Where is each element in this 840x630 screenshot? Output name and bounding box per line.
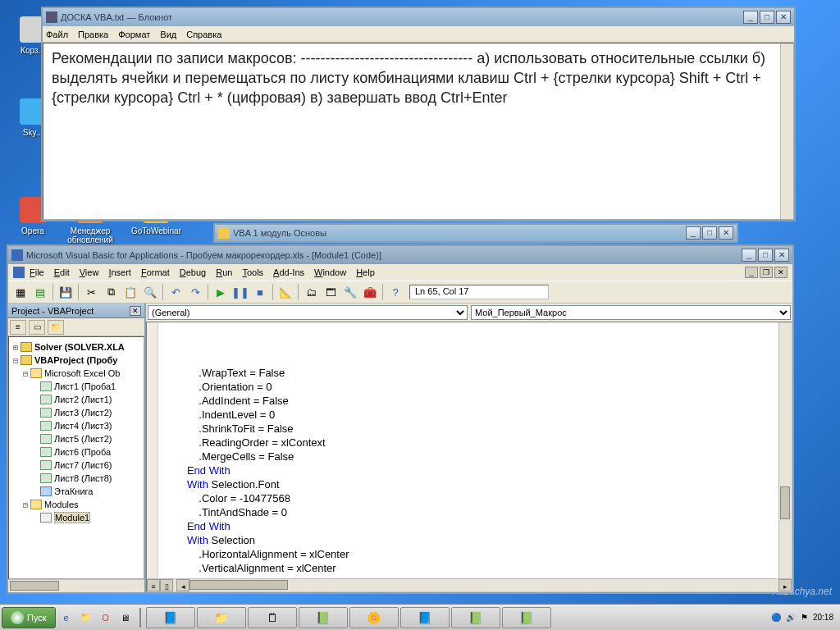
taskbar-item[interactable]: 📗 xyxy=(299,607,348,628)
menu-item[interactable]: Правка xyxy=(78,30,108,39)
menu-item-edit[interactable]: Edit xyxy=(54,267,70,277)
undo-button[interactable]: ↶ xyxy=(167,283,185,301)
code-editor[interactable]: .WrapText = False .Orientation = 0 .AddI… xyxy=(146,322,792,592)
save-button[interactable]: 💾 xyxy=(57,283,75,301)
view-excel-button[interactable]: ▦ xyxy=(11,283,30,301)
mdi-close[interactable]: ✕ xyxy=(774,267,788,278)
tree-node[interactable]: ⊟VBAProject (Пробу xyxy=(11,354,142,367)
taskbar-item[interactable]: 🌼 xyxy=(349,607,399,628)
menu-item[interactable]: Формат xyxy=(118,30,150,39)
menu-item-file[interactable]: File xyxy=(30,267,44,277)
tree-node[interactable]: ⊟Modules xyxy=(11,498,142,511)
vba-toolbar: ▦ ▤ 💾 ✂ ⧉ 📋 🔍 ↶ ↷ ▶ ❚❚ ■ 📐 🗂 🗔 🔧 🧰 ? Ln … xyxy=(8,281,792,304)
ie-quicklaunch[interactable]: e xyxy=(57,609,75,627)
maximize-button[interactable]: □ xyxy=(702,226,717,240)
vba-titlebar[interactable]: Microsoft Visual Basic for Applications … xyxy=(8,246,792,264)
minimize-button[interactable]: _ xyxy=(742,249,756,262)
toolbox-button[interactable]: 🧰 xyxy=(361,283,379,301)
taskbar-item[interactable]: 📗 xyxy=(451,607,500,628)
menu-item-insert[interactable]: Insert xyxy=(108,267,131,277)
project-tree[interactable]: ⊞Solver (SOLVER.XLA⊟VBAProject (Пробу⊟Mi… xyxy=(8,336,144,579)
insert-button[interactable]: ▤ xyxy=(31,283,49,301)
tree-node[interactable]: Лист6 (Проба xyxy=(11,445,142,459)
properties-button[interactable]: 🗔 xyxy=(322,283,340,301)
object-dropdown[interactable]: (General) xyxy=(148,305,468,320)
close-button[interactable]: ✕ xyxy=(719,226,733,240)
mdi-minimize[interactable]: _ xyxy=(745,267,758,278)
minimize-button[interactable]: _ xyxy=(686,226,701,240)
break-button[interactable]: ❚❚ xyxy=(231,283,249,301)
tray-icon[interactable]: 🔵 xyxy=(771,613,781,622)
tray-icon[interactable]: ⚑ xyxy=(801,613,808,622)
menu-item[interactable]: Вид xyxy=(160,30,176,39)
notepad-titlebar[interactable]: ДОСКА VBA.txt — Блокнот _ □ ✕ xyxy=(43,8,794,26)
menu-item-window[interactable]: Window xyxy=(314,267,346,277)
menu-item-debug[interactable]: Debug xyxy=(180,267,206,277)
scrollbar-vertical[interactable] xyxy=(780,43,793,219)
mdi-restore[interactable]: ❐ xyxy=(760,267,773,278)
menu-item-add-ins[interactable]: Add-Ins xyxy=(273,267,304,277)
menu-item-help[interactable]: Help xyxy=(356,267,375,277)
cut-button[interactable]: ✂ xyxy=(82,283,100,301)
object-browser-button[interactable]: 🔧 xyxy=(341,283,359,301)
excel-icon[interactable] xyxy=(13,267,25,278)
tree-node[interactable]: Лист4 (Лист3) xyxy=(11,419,142,432)
desktop-quicklaunch[interactable]: 🖥 xyxy=(116,609,135,627)
help-button[interactable]: ? xyxy=(386,283,404,301)
menu-item-format[interactable]: Format xyxy=(141,267,170,277)
notepad-text-area[interactable]: Рекомендации по записи макросов: -------… xyxy=(43,43,794,220)
taskbar-item[interactable]: 🗒 xyxy=(248,607,297,628)
taskbar-item[interactable]: 📗 xyxy=(502,607,551,628)
taskbar-item[interactable]: 📘 xyxy=(400,607,450,628)
design-mode-button[interactable]: 📐 xyxy=(276,283,294,301)
close-button[interactable]: ✕ xyxy=(776,11,791,24)
menu-item[interactable]: Файл xyxy=(46,30,68,39)
tray-icon[interactable]: 🔊 xyxy=(786,613,796,622)
clock[interactable]: 20:18 xyxy=(813,613,833,623)
opera-quicklaunch[interactable]: O xyxy=(97,609,115,627)
full-view-button[interactable]: ▯ xyxy=(160,579,173,591)
run-button[interactable]: ▶ xyxy=(212,283,230,301)
procedure-dropdown[interactable]: Мой_Первый_Макрос xyxy=(471,305,791,320)
tree-node[interactable]: Лист5 (Лист2) xyxy=(11,432,142,445)
copy-button[interactable]: ⧉ xyxy=(102,283,120,301)
menu-item-tools[interactable]: Tools xyxy=(242,267,263,277)
code-scroll-v[interactable] xyxy=(778,322,792,578)
proc-view-button[interactable]: ≡ xyxy=(147,579,160,591)
tree-node[interactable]: Лист8 (Лист8) xyxy=(11,472,142,485)
find-button[interactable]: 🔍 xyxy=(141,283,159,301)
project-explorer-button[interactable]: 🗂 xyxy=(302,283,320,301)
reset-button[interactable]: ■ xyxy=(251,283,269,301)
tree-node[interactable]: ЭтаКнига xyxy=(11,485,142,498)
scroll-right-button[interactable]: ▸ xyxy=(778,579,792,591)
tree-node[interactable]: ⊞Solver (SOLVER.XLA xyxy=(11,340,142,354)
explorer-quicklaunch[interactable]: 📁 xyxy=(77,609,95,627)
start-button[interactable]: Пуск xyxy=(2,607,56,628)
scroll-left-button[interactable]: ◂ xyxy=(176,579,189,591)
redo-button[interactable]: ↷ xyxy=(186,283,204,301)
taskbar-item[interactable]: 📘 xyxy=(146,607,195,628)
maximize-button[interactable]: □ xyxy=(758,249,773,262)
code-scroll-h[interactable]: ≡ ▯ ◂ ▸ xyxy=(147,578,792,591)
maximize-button[interactable]: □ xyxy=(760,11,774,24)
taskbar-item[interactable]: 📁 xyxy=(197,607,246,628)
toggle-folders-button[interactable]: 📁 xyxy=(48,320,64,335)
tree-node[interactable]: Лист1 (Проба1 xyxy=(11,380,142,393)
paste-button[interactable]: 📋 xyxy=(121,283,139,301)
tree-node[interactable]: Лист3 (Лист2) xyxy=(11,406,142,419)
panel-scroll-h[interactable] xyxy=(8,579,144,592)
menu-item-run[interactable]: Run xyxy=(216,267,232,277)
close-button[interactable]: ✕ xyxy=(774,249,789,262)
panel-close-button[interactable]: ✕ xyxy=(130,306,141,316)
tree-node[interactable]: Лист2 (Лист1) xyxy=(11,393,142,406)
view-object-button[interactable]: ▭ xyxy=(29,320,45,335)
minimize-button[interactable]: _ xyxy=(743,11,758,24)
tree-node[interactable]: Лист7 (Лист6) xyxy=(11,459,142,472)
view-code-button[interactable]: ≡ xyxy=(10,320,26,335)
tree-node[interactable]: ⊟Microsoft Excel Ob xyxy=(11,367,142,380)
explorer-titlebar[interactable]: VBA 1 модуль Основы _ □ ✕ xyxy=(215,225,737,241)
tree-node[interactable]: Module1 xyxy=(11,511,142,524)
menu-item[interactable]: Справка xyxy=(186,30,221,39)
system-tray[interactable]: 🔵 🔊 ⚑ 20:18 xyxy=(771,613,838,623)
menu-item-view[interactable]: View xyxy=(80,267,99,277)
